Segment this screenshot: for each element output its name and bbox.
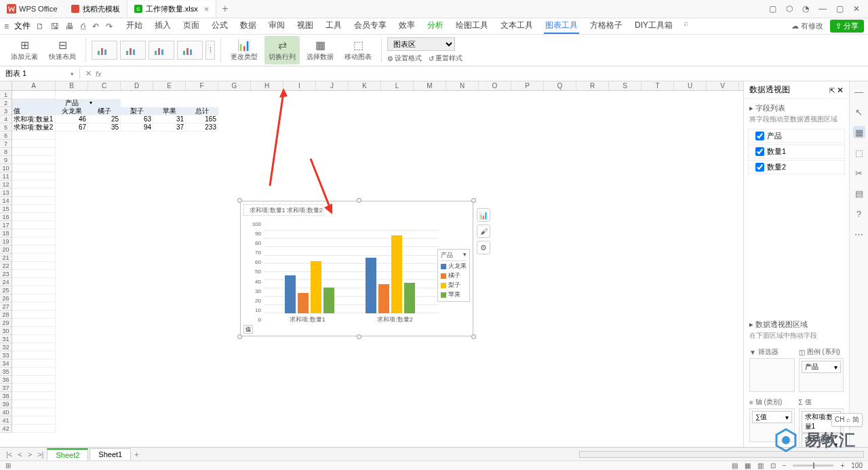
row-header[interactable]: 30	[0, 327, 12, 335]
menu-tab-insert[interactable]: 插入	[153, 18, 172, 34]
row-header[interactable]: 39	[0, 400, 12, 408]
vt-collapse-icon[interactable]: —	[853, 85, 865, 98]
sheet-tab-active[interactable]: Sheet2	[47, 448, 88, 461]
tab-add-icon[interactable]: +	[216, 3, 233, 15]
row-header[interactable]: 6	[0, 132, 12, 140]
cells[interactable]: 产品 ▾ 值 火龙果 橘子 梨子 苹果 总计 求和项:数量1 46 25	[12, 91, 743, 433]
menu-tab-efficiency[interactable]: 效率	[397, 18, 416, 34]
ribbon-select-data[interactable]: ▦ 选择数据	[302, 39, 338, 62]
bar[interactable]	[298, 293, 309, 314]
vt-select-icon[interactable]: ↖	[853, 106, 865, 118]
bar[interactable]	[378, 284, 389, 313]
row-header[interactable]: 12	[0, 180, 12, 189]
chart-area-select[interactable]: 图表区	[387, 37, 455, 51]
avatar-icon[interactable]: ◔	[802, 4, 809, 14]
zoom-out-icon[interactable]: −	[783, 462, 787, 469]
ribbon-change-type[interactable]: 📊 更改类型	[226, 39, 262, 62]
row-header[interactable]: 5	[0, 123, 12, 132]
menu-tab-formula[interactable]: 公式	[210, 18, 229, 34]
save-icon[interactable]: 🖫	[51, 22, 59, 31]
row-header[interactable]: 22	[0, 262, 12, 270]
select-all-corner[interactable]	[0, 81, 12, 90]
sheet-add-icon[interactable]: +	[132, 450, 140, 458]
row-header[interactable]: 8	[0, 148, 12, 156]
col-header[interactable]: F	[186, 81, 218, 90]
menu-tab-review[interactable]: 审阅	[267, 18, 286, 34]
row-header[interactable]: 18	[0, 229, 12, 237]
col-header[interactable]: C	[88, 81, 121, 90]
col-header[interactable]: S	[609, 81, 642, 90]
row-header[interactable]: 15	[0, 205, 12, 213]
file-menu[interactable]: 文件	[14, 20, 31, 32]
col-header[interactable]: R	[576, 81, 609, 90]
chart-filter-icon[interactable]: ⚙	[477, 241, 490, 254]
menu-tab-chart[interactable]: 图表工具	[544, 18, 579, 34]
col-header[interactable]: A	[12, 81, 56, 90]
zoom-slider[interactable]	[793, 465, 833, 467]
row-header[interactable]: 11	[0, 172, 12, 180]
row-header[interactable]: 23	[0, 270, 12, 278]
row-header[interactable]: 20	[0, 246, 12, 254]
row-header[interactable]: 4	[0, 115, 12, 123]
share-button[interactable]: ⇪ 分享	[830, 20, 864, 33]
vt-sheet-icon[interactable]: ▤	[853, 187, 865, 199]
menu-tab-data[interactable]: 数据	[239, 18, 258, 34]
row-header[interactable]: 13	[0, 189, 12, 197]
axis-chip[interactable]: ∑值▾	[752, 411, 792, 423]
menu-tab-member[interactable]: 会员专享	[353, 18, 388, 34]
col-header[interactable]: O	[479, 81, 511, 90]
row-header[interactable]: 32	[0, 343, 12, 351]
row-header[interactable]: 31	[0, 335, 12, 343]
row-header[interactable]: 27	[0, 302, 12, 311]
col-header[interactable]: G	[218, 81, 251, 90]
col-header[interactable]: D	[121, 81, 153, 90]
col-header[interactable]: M	[414, 81, 446, 90]
close-panel-icon[interactable]: ✕	[837, 85, 844, 95]
formula-area[interactable]: ✕ fx	[80, 69, 868, 78]
row-header[interactable]: 26	[0, 294, 12, 302]
tab-close-icon[interactable]: ×	[204, 4, 210, 14]
bar[interactable]	[366, 258, 376, 313]
zoom-value[interactable]: 100	[851, 462, 863, 469]
vt-format-icon[interactable]: ⬚	[853, 146, 865, 159]
ribbon-set-format[interactable]: ⚙ 设置格式	[387, 54, 422, 63]
chart-corner-tag[interactable]: 值	[243, 325, 253, 334]
row-header[interactable]: 14	[0, 197, 12, 205]
view-break-icon[interactable]: ▥	[757, 462, 764, 469]
sheet-nav-last[interactable]: >|	[35, 450, 45, 458]
ime-badge[interactable]: CH ⌕ 简	[831, 413, 863, 427]
tile-icon[interactable]: ▢	[769, 4, 776, 14]
menu-tab-diy[interactable]: DIY工具箱	[633, 18, 674, 34]
status-icon[interactable]: ⊞	[5, 462, 11, 469]
ribbon-add-element[interactable]: ⊞ 添加元素	[7, 39, 42, 62]
menu-tab-text[interactable]: 文本工具	[499, 18, 534, 34]
cloud-modified[interactable]: ☁ 有修改	[791, 21, 823, 31]
close-icon[interactable]: ✕	[853, 4, 860, 14]
vt-help-icon[interactable]: ?	[853, 208, 865, 220]
menu-tab-tools[interactable]: 工具	[324, 18, 343, 34]
bar[interactable]	[391, 235, 402, 313]
pin-icon[interactable]: ⇱	[829, 87, 835, 94]
style-thumb-more[interactable]: ⋮	[205, 41, 215, 60]
tab-workbook[interactable]: S 工作簿数量.xlsx ×	[127, 1, 217, 17]
col-header[interactable]: J	[316, 81, 349, 90]
col-header[interactable]: T	[642, 81, 674, 90]
sheet-area[interactable]: A B C D E F G H I J K L M N O P Q R S T …	[0, 81, 743, 461]
row-header[interactable]: 37	[0, 384, 12, 392]
chart-legend[interactable]: 产品▾ 火龙果橘子梨子苹果	[437, 249, 470, 302]
menu-tab-view[interactable]: 视图	[296, 18, 315, 34]
bar[interactable]	[285, 275, 296, 313]
view-normal-icon[interactable]: ▤	[732, 462, 738, 469]
col-header[interactable]: Q	[544, 81, 576, 90]
row-header[interactable]: 41	[0, 416, 12, 425]
menu-icon[interactable]: ≡	[4, 22, 9, 31]
col-header[interactable]: K	[349, 81, 381, 90]
field-item[interactable]: 产品	[748, 129, 845, 143]
legend-chip[interactable]: 产品▾	[802, 361, 842, 373]
field-item[interactable]: 数量1	[748, 144, 845, 159]
row-header[interactable]: 38	[0, 392, 12, 400]
style-thumb-3[interactable]	[149, 41, 174, 60]
filter-dropzone[interactable]	[749, 358, 795, 392]
maximize-icon[interactable]: ▢	[836, 4, 844, 14]
menu-tab-page[interactable]: 页面	[182, 18, 201, 34]
